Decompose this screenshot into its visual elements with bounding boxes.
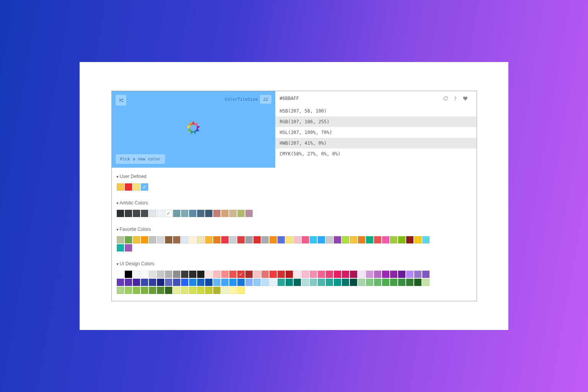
color-tile[interactable] (181, 279, 188, 286)
color-tile[interactable] (358, 271, 365, 278)
color-tile[interactable] (414, 279, 421, 286)
color-tile[interactable] (205, 271, 212, 278)
color-tile[interactable] (197, 279, 204, 286)
section-title-favorite[interactable]: Favorite Colors (116, 224, 472, 234)
color-tile[interactable] (133, 210, 140, 217)
section-title-artistic[interactable]: Artistic Colors (116, 198, 472, 208)
color-tile[interactable] (245, 271, 253, 278)
color-tile[interactable] (390, 236, 397, 243)
color-tile[interactable] (366, 279, 373, 286)
color-tile[interactable] (294, 279, 301, 286)
color-tile[interactable] (125, 236, 132, 243)
color-tile[interactable] (398, 236, 405, 243)
color-tile[interactable] (422, 279, 430, 286)
color-tile[interactable] (149, 287, 156, 294)
color-tile[interactable] (165, 279, 172, 286)
color-tile[interactable] (117, 236, 124, 243)
color-tile[interactable] (229, 287, 237, 294)
color-tile[interactable] (350, 279, 357, 286)
color-tile[interactable] (221, 210, 229, 217)
help-button[interactable]: ? (451, 94, 460, 103)
color-tile[interactable] (422, 271, 430, 278)
color-tile[interactable] (229, 279, 237, 286)
color-tile[interactable] (117, 183, 124, 191)
color-value-row[interactable]: HWB(207, 41%, 0%) (275, 138, 477, 149)
color-tile[interactable] (117, 210, 124, 217)
color-tile[interactable] (406, 279, 413, 286)
color-tile[interactable] (141, 279, 148, 286)
color-tile[interactable] (366, 271, 373, 278)
color-tile[interactable] (318, 236, 325, 243)
color-tile[interactable] (374, 236, 381, 243)
color-tile[interactable] (125, 244, 132, 252)
color-tile[interactable] (294, 271, 301, 278)
color-tile[interactable] (117, 287, 124, 294)
color-tile[interactable] (229, 210, 237, 217)
color-tile[interactable] (157, 279, 164, 286)
color-tile[interactable] (334, 236, 341, 243)
color-tile[interactable] (422, 236, 430, 243)
color-tile[interactable] (165, 236, 172, 243)
color-tile[interactable] (382, 236, 389, 243)
color-tile[interactable] (205, 236, 212, 243)
color-tile[interactable] (173, 287, 180, 294)
color-tile[interactable] (189, 287, 196, 294)
color-tile[interactable] (221, 279, 229, 286)
reload-button[interactable] (441, 94, 450, 103)
color-tile[interactable] (390, 279, 397, 286)
section-title-user-defined[interactable]: User Defined (116, 172, 472, 181)
color-tile[interactable] (310, 271, 317, 278)
color-tile[interactable] (197, 210, 204, 217)
color-tile[interactable] (157, 210, 164, 217)
color-tile[interactable] (189, 210, 196, 217)
color-tile[interactable] (213, 287, 220, 294)
color-tile[interactable] (342, 271, 349, 278)
color-tile[interactable] (342, 236, 349, 243)
color-tile[interactable] (253, 271, 261, 278)
color-tile[interactable] (374, 279, 381, 286)
color-tile[interactable] (213, 236, 220, 243)
color-tile[interactable] (366, 236, 373, 243)
color-tile[interactable] (197, 271, 204, 278)
color-tile[interactable] (278, 236, 285, 243)
color-tile[interactable] (261, 271, 269, 278)
color-tile[interactable]: ✓ (141, 183, 148, 191)
color-tile[interactable] (181, 210, 188, 217)
color-tile[interactable] (117, 244, 124, 252)
color-tile[interactable] (261, 236, 269, 243)
color-tile[interactable] (189, 279, 196, 286)
color-tile[interactable] (125, 183, 132, 191)
color-tile[interactable] (221, 271, 229, 278)
color-tile[interactable] (189, 271, 196, 278)
color-tile[interactable] (221, 236, 229, 243)
color-tile[interactable] (213, 210, 220, 217)
color-tile[interactable] (350, 236, 357, 243)
color-tile[interactable] (149, 271, 156, 278)
color-tile[interactable] (141, 271, 148, 278)
color-tile[interactable] (245, 210, 253, 217)
color-tile[interactable] (141, 236, 148, 243)
color-tile[interactable] (382, 279, 389, 286)
color-tile[interactable] (414, 236, 421, 243)
color-tile[interactable] (406, 236, 413, 243)
color-tile[interactable] (149, 236, 156, 243)
color-tile[interactable] (133, 183, 140, 191)
color-tile[interactable] (398, 279, 405, 286)
color-tile[interactable] (253, 279, 261, 286)
color-tile[interactable] (173, 210, 180, 217)
color-value-row[interactable]: HSL(207, 100%, 70%) (275, 127, 477, 138)
color-tile[interactable] (358, 279, 365, 286)
color-tile[interactable] (173, 236, 180, 243)
hex-value[interactable]: #6BBAFF (280, 96, 299, 101)
color-tile[interactable] (213, 279, 220, 286)
color-tile[interactable] (278, 279, 285, 286)
color-tile[interactable] (205, 279, 212, 286)
color-tile[interactable] (237, 210, 245, 217)
color-tile[interactable]: ✓ (165, 210, 172, 217)
color-tile[interactable]: ✓ (237, 271, 245, 278)
color-tile[interactable] (125, 210, 132, 217)
color-tile[interactable] (406, 271, 413, 278)
color-tile[interactable] (326, 271, 333, 278)
color-tile[interactable] (237, 279, 245, 286)
color-tile[interactable] (253, 236, 261, 243)
